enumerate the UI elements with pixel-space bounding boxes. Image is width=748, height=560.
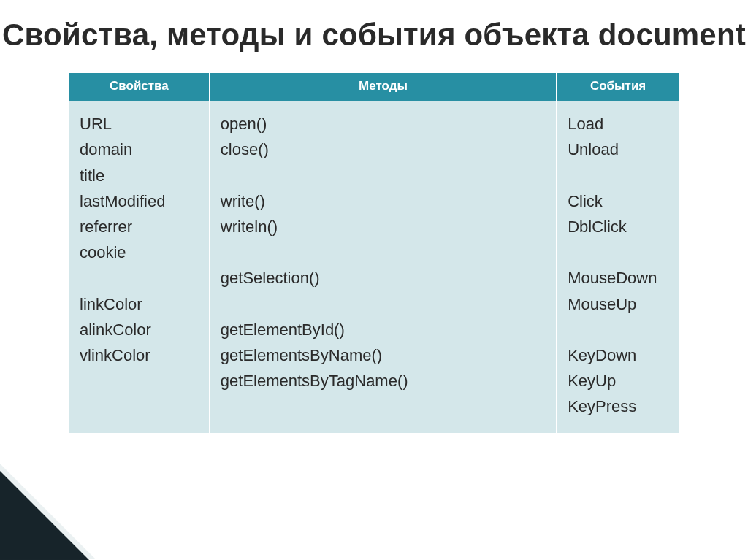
cell-events: Load Unload Click DblClick MouseDown Mou… <box>557 101 679 432</box>
cell-methods: open() close() write() writeln() getSele… <box>210 101 557 432</box>
content-table-wrap: Свойства Методы События URL domain title… <box>69 73 679 432</box>
corner-decoration <box>0 468 92 560</box>
table-header-row: Свойства Методы События <box>69 73 679 101</box>
slide-title: Свойства, методы и события объекта docum… <box>0 0 748 53</box>
header-methods: Методы <box>210 73 557 101</box>
cell-properties: URL domain title lastModified referrer c… <box>69 101 210 432</box>
header-events: События <box>557 73 679 101</box>
table-row: URL domain title lastModified referrer c… <box>69 101 679 432</box>
header-properties: Свойства <box>69 73 210 101</box>
document-object-table: Свойства Методы События URL domain title… <box>69 73 679 432</box>
slide: Свойства, методы и события объекта docum… <box>0 0 748 560</box>
